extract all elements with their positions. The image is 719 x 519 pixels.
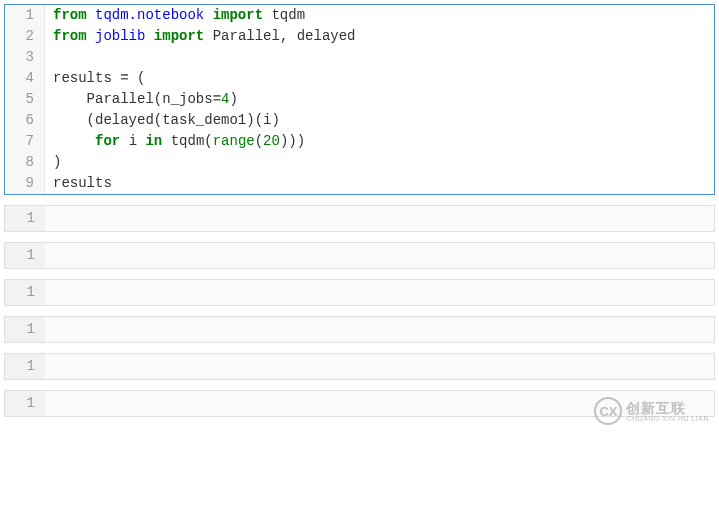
output-cell: 1 <box>4 316 715 343</box>
code-content[interactable]: results = ( <box>45 68 714 89</box>
output-cell: 1 <box>4 279 715 306</box>
output-number: 1 <box>5 317 45 342</box>
code-line-9[interactable]: 9 results <box>5 173 714 194</box>
code-content[interactable]: for i in tqdm(range(20))) <box>45 131 714 152</box>
code-line-1[interactable]: 1 from tqdm.notebook import tqdm <box>5 5 714 26</box>
code-content[interactable]: Parallel(n_jobs=4) <box>45 89 714 110</box>
output-content <box>45 354 714 379</box>
code-content[interactable]: from joblib import Parallel, delayed <box>45 26 714 47</box>
line-number: 9 <box>5 173 45 194</box>
watermark-logo-icon: CX <box>594 397 622 425</box>
output-number: 1 <box>5 243 45 268</box>
output-cell: 1 <box>4 353 715 380</box>
output-number: 1 <box>5 354 45 379</box>
code-line-2[interactable]: 2 from joblib import Parallel, delayed <box>5 26 714 47</box>
line-number: 5 <box>5 89 45 110</box>
code-line-8[interactable]: 8 ) <box>5 152 714 173</box>
output-content <box>45 280 714 305</box>
line-number: 7 <box>5 131 45 152</box>
code-content[interactable]: results <box>45 173 714 194</box>
output-cell: 1 <box>4 242 715 269</box>
code-content[interactable] <box>45 47 714 68</box>
code-line-3[interactable]: 3 <box>5 47 714 68</box>
output-number: 1 <box>5 280 45 305</box>
code-line-6[interactable]: 6 (delayed(task_demo1)(i) <box>5 110 714 131</box>
output-content <box>45 243 714 268</box>
output-content <box>45 206 714 231</box>
line-number: 4 <box>5 68 45 89</box>
code-line-4[interactable]: 4 results = ( <box>5 68 714 89</box>
output-cell: 1 <box>4 205 715 232</box>
line-number: 3 <box>5 47 45 68</box>
code-line-7[interactable]: 7 for i in tqdm(range(20))) <box>5 131 714 152</box>
output-number: 1 <box>5 391 45 416</box>
code-content[interactable]: from tqdm.notebook import tqdm <box>45 5 714 26</box>
code-line-5[interactable]: 5 Parallel(n_jobs=4) <box>5 89 714 110</box>
output-number: 1 <box>5 206 45 231</box>
line-number: 1 <box>5 5 45 26</box>
line-number: 2 <box>5 26 45 47</box>
watermark-text: 创新互联 CHUANG XIN HU LIAN <box>626 401 709 422</box>
output-content <box>45 317 714 342</box>
line-number: 6 <box>5 110 45 131</box>
code-content[interactable]: ) <box>45 152 714 173</box>
line-number: 8 <box>5 152 45 173</box>
code-cell[interactable]: 1 from tqdm.notebook import tqdm 2 from … <box>4 4 715 195</box>
code-content[interactable]: (delayed(task_demo1)(i) <box>45 110 714 131</box>
watermark: CX 创新互联 CHUANG XIN HU LIAN <box>594 397 709 425</box>
